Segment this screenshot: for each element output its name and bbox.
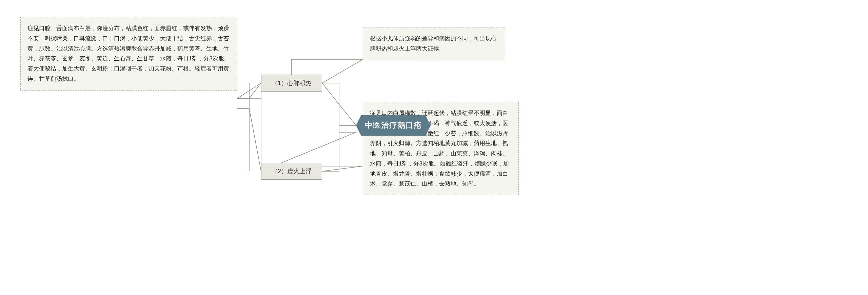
branch-node-bottom-label: （2）虚火上浮 (272, 167, 312, 175)
svg-line-4 (322, 166, 363, 171)
branch-node-bottom: （2）虚火上浮 (261, 163, 322, 180)
text-box-left: 症见口腔、舌面满布白层，弥漫分布，粘膜色红，面赤唇红，或伴有发热，烦躁不安，叫扰… (20, 17, 237, 91)
mind-map-canvas: 中医治疗鹅口疮 （1）心脾积热 （2）虚火上浮 症见口腔、舌面满布白层，弥漫分布… (0, 0, 868, 295)
text-box-left-content: 症见口腔、舌面满布白层，弥漫分布，粘膜色红，面赤唇红，或伴有发热，烦躁不安，叫扰… (27, 25, 230, 82)
text-box-top-right-content: 根据小儿体质强弱的差异和病因的不同，可出现心脾积热和虚火上浮两大证候。 (370, 35, 497, 52)
branch-node-top-label: （1）心脾积热 (272, 79, 312, 87)
branch-node-top: （1）心脾积热 (261, 75, 322, 92)
text-box-top-right: 根据小儿体质强弱的差异和病因的不同，可出现心脾积热和虚火上浮两大证候。 (363, 27, 505, 60)
svg-line-0 (237, 83, 261, 98)
central-node: 中医治疗鹅口疮 (356, 115, 431, 136)
central-node-label: 中医治疗鹅口疮 (365, 120, 422, 131)
svg-line-3 (322, 59, 363, 83)
svg-line-1 (322, 83, 356, 125)
